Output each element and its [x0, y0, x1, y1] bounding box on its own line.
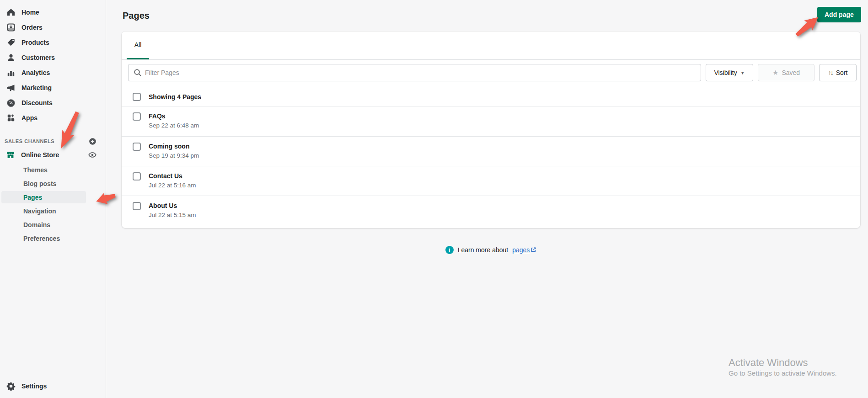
row-title[interactable]: Contact Us	[149, 172, 196, 180]
add-channel-icon[interactable]	[89, 138, 96, 145]
select-all-checkbox[interactable]	[133, 93, 141, 101]
visibility-filter-button[interactable]: Visibility ▼	[706, 64, 753, 81]
sidebar-item-orders[interactable]: Orders	[0, 20, 106, 35]
analytics-icon	[6, 68, 16, 77]
table-row-coming-soon[interactable]: Coming soon Sep 19 at 9:34 pm	[122, 136, 860, 166]
page-title: Pages	[123, 11, 150, 21]
tab-all[interactable]: All	[127, 31, 149, 59]
search-box	[128, 64, 701, 81]
sidebar-item-home[interactable]: Home	[0, 5, 106, 20]
sales-channels-heading: SALES CHANNELS	[5, 138, 54, 144]
row-title[interactable]: About Us	[149, 202, 196, 210]
sidebar-item-navigation[interactable]: Navigation	[1, 205, 86, 217]
home-icon	[6, 8, 16, 17]
pages-help-link[interactable]: pages	[512, 246, 536, 254]
visibility-label: Visibility	[714, 69, 737, 76]
discounts-icon	[6, 98, 16, 107]
watermark-line1: Activate Windows	[729, 357, 837, 369]
sort-arrows-icon: ↑↓	[828, 69, 833, 76]
sidebar-item-label: Discounts	[21, 99, 53, 106]
sidebar-item-domains[interactable]: Domains	[1, 218, 86, 231]
row-text: FAQs Sep 22 at 6:48 am	[149, 112, 199, 129]
pages-link-label: pages	[512, 246, 530, 254]
sales-channels-header: SALES CHANNELS	[0, 135, 106, 147]
sidebar-item-products[interactable]: Products	[0, 35, 106, 50]
search-icon	[133, 68, 142, 77]
sidebar-item-settings[interactable]: Settings	[0, 379, 106, 393]
filter-pages-input[interactable]	[128, 64, 701, 81]
sidebar-item-marketing[interactable]: Marketing	[0, 80, 106, 95]
sort-label: Sort	[836, 69, 848, 76]
sidebar: Home Orders Products Customers Analytics	[0, 0, 106, 398]
orders-icon	[6, 23, 16, 32]
sidebar-item-customers[interactable]: Customers	[0, 50, 106, 65]
sub-item-label: Pages	[23, 194, 42, 201]
row-checkbox[interactable]	[133, 172, 141, 180]
sidebar-item-online-store[interactable]: Online Store	[0, 147, 106, 162]
gear-icon	[6, 382, 16, 391]
sidebar-item-pages[interactable]: Pages	[1, 191, 86, 203]
row-checkbox[interactable]	[133, 143, 141, 151]
sidebar-item-label: Orders	[21, 24, 43, 31]
sidebar-item-blog-posts[interactable]: Blog posts	[1, 177, 86, 190]
pages-card: All Visibility ▼ ★ Saved ↑↓ Sort Showing…	[122, 32, 860, 228]
sidebar-item-label: Products	[21, 39, 49, 46]
saved-label: Saved	[782, 69, 800, 76]
apps-icon	[6, 113, 16, 122]
sidebar-item-preferences[interactable]: Preferences	[1, 232, 86, 244]
row-date: Jul 22 at 5:15 am	[149, 212, 196, 218]
chevron-down-icon: ▼	[740, 70, 745, 75]
sidebar-item-label: Apps	[21, 114, 38, 122]
table-row-contact-us[interactable]: Contact Us Jul 22 at 5:16 am	[122, 166, 860, 196]
sub-item-label: Blog posts	[23, 180, 56, 187]
activate-windows-watermark: Activate Windows Go to Settings to activ…	[729, 357, 837, 378]
row-text: About Us Jul 22 at 5:15 am	[149, 202, 196, 218]
learn-more-footer: i Learn more about pages	[122, 246, 860, 254]
learn-more-text: Learn more about	[458, 246, 509, 254]
sidebar-item-label: Analytics	[21, 69, 50, 76]
list-summary: Showing 4 Pages	[149, 93, 201, 101]
row-text: Coming soon Sep 19 at 9:34 pm	[149, 142, 199, 159]
sidebar-item-themes[interactable]: Themes	[1, 164, 86, 176]
products-icon	[6, 38, 16, 47]
sidebar-item-label: Customers	[21, 54, 55, 61]
saved-filter-button[interactable]: ★ Saved	[758, 64, 814, 81]
sidebar-item-discounts[interactable]: Discounts	[0, 95, 106, 110]
sidebar-item-label: Marketing	[21, 84, 52, 91]
sort-button[interactable]: ↑↓ Sort	[819, 64, 857, 81]
sub-item-label: Domains	[23, 221, 50, 228]
sub-item-label: Themes	[23, 166, 48, 174]
online-store-icon	[6, 150, 15, 159]
table-row-faqs[interactable]: FAQs Sep 22 at 6:48 am	[122, 106, 860, 136]
row-title[interactable]: Coming soon	[149, 142, 199, 151]
preview-eye-icon[interactable]	[88, 150, 97, 159]
sidebar-item-analytics[interactable]: Analytics	[0, 65, 106, 80]
customers-icon	[6, 53, 16, 62]
external-link-icon	[530, 247, 536, 253]
table-row-about-us[interactable]: About Us Jul 22 at 5:15 am	[122, 196, 860, 225]
star-icon: ★	[772, 69, 778, 77]
row-date: Sep 22 at 6:48 am	[149, 122, 199, 129]
watermark-line2: Go to Settings to activate Windows.	[729, 369, 837, 378]
row-title[interactable]: FAQs	[149, 112, 199, 121]
filter-row: Visibility ▼ ★ Saved ↑↓ Sort	[122, 64, 860, 81]
add-page-button[interactable]: Add page	[817, 7, 861, 22]
row-date: Sep 19 at 9:34 pm	[149, 152, 199, 159]
sub-item-label: Preferences	[23, 235, 60, 242]
marketing-icon	[6, 83, 16, 92]
sidebar-item-label: Home	[21, 9, 39, 16]
sub-item-label: Navigation	[23, 207, 56, 215]
settings-label: Settings	[21, 382, 47, 390]
info-icon: i	[445, 246, 454, 254]
row-checkbox[interactable]	[133, 112, 141, 121]
online-store-label: Online Store	[21, 151, 59, 159]
row-date: Jul 22 at 5:16 am	[149, 182, 196, 189]
row-text: Contact Us Jul 22 at 5:16 am	[149, 172, 196, 189]
tab-bar: All	[122, 32, 860, 60]
sidebar-item-apps[interactable]: Apps	[0, 110, 106, 125]
row-checkbox[interactable]	[133, 202, 141, 210]
list-header: Showing 4 Pages	[122, 87, 860, 106]
